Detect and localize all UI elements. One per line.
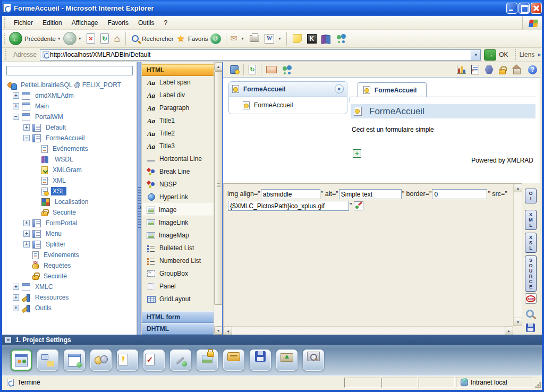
maximize-button[interactable]	[518, 3, 530, 14]
back-button[interactable]: ←	[9, 32, 22, 45]
palette-item-nbsp[interactable]: NBSP	[142, 178, 214, 191]
tree-item-securite[interactable]: Securité	[2, 207, 137, 218]
palette-item-paragraph[interactable]: AaParagraph	[142, 101, 214, 114]
editor-horizontal-scrollbar[interactable]: ◄ ►	[224, 326, 513, 335]
tab-source[interactable]: SOURCE	[525, 255, 537, 292]
tree-item-securite-2[interactable]: Securité	[2, 271, 137, 282]
messenger-button[interactable]	[336, 34, 347, 43]
menu-grip[interactable]	[4, 18, 7, 28]
mail-button[interactable]: ✉	[231, 35, 237, 43]
tree-item-root[interactable]: PetiteLibrairieSQL @ FELIX_PORT	[2, 80, 137, 90]
strip-explorer-button[interactable]	[90, 350, 112, 371]
tab-xsl[interactable]: XSL	[525, 233, 537, 253]
expand-icon[interactable]: +	[23, 231, 30, 237]
expand-icon[interactable]: +	[13, 103, 19, 109]
form-navigator-header[interactable]: FormeAccueil «	[229, 82, 347, 97]
collapse-bar-icon[interactable]	[5, 337, 11, 343]
links-label[interactable]: Liens	[520, 51, 535, 58]
tree-item-xsl-selected[interactable]: XSL	[2, 186, 137, 197]
tree-item-splitter[interactable]: +Splitter	[2, 239, 137, 250]
home-page-button[interactable]	[511, 64, 523, 75]
strip-project-settings-button[interactable]	[11, 350, 32, 371]
scroll-up-button[interactable]: ▲	[214, 62, 223, 71]
palette-item-bulleted-list[interactable]: Bulleted List	[142, 242, 214, 254]
expand-icon[interactable]: +	[13, 284, 19, 290]
favorites-icon[interactable]: ★	[177, 34, 185, 43]
edit-with-word-button[interactable]: W	[265, 34, 274, 44]
back-label[interactable]: Précédente	[24, 36, 56, 42]
search-label[interactable]: Rechercher	[142, 36, 173, 42]
statistics-button[interactable]	[457, 65, 466, 74]
toolbar-grip[interactable]	[4, 33, 7, 44]
palette-item-title3[interactable]: AaTitle3	[142, 140, 214, 152]
tree-item-localisation[interactable]: Localisation	[2, 197, 137, 207]
palette-item-hyperlink[interactable]: HyperLink	[142, 191, 214, 203]
menu-favoris[interactable]: Favoris	[103, 17, 133, 29]
palette-item-horizontal-line[interactable]: Horizontal Line	[142, 152, 214, 165]
send-mail-button[interactable]	[266, 66, 277, 73]
messenger-contacts-button[interactable]	[282, 65, 293, 74]
alt-input[interactable]	[339, 189, 402, 199]
mail-dropdown-icon[interactable]: ▼	[241, 37, 244, 40]
go-label[interactable]: OK	[499, 51, 508, 58]
publish-button[interactable]	[230, 65, 239, 74]
palette-item-label-div[interactable]: AaLabel div	[142, 89, 214, 101]
expand-icon[interactable]: +	[13, 92, 19, 99]
palette-item-numbered-list[interactable]: Numbered List	[142, 254, 214, 267]
form-navigator-child[interactable]: FormeAccueil	[229, 97, 347, 114]
scroll-down-button[interactable]: ▼	[514, 318, 522, 326]
menu-affichage[interactable]: Affichage	[67, 17, 103, 29]
forward-dropdown-icon[interactable]: ▼	[78, 37, 82, 40]
collapse-panel-button[interactable]: «	[335, 84, 344, 93]
home-button[interactable]: ⌂	[114, 33, 120, 44]
scroll-thumb[interactable]	[214, 71, 223, 305]
tree-item-requetes[interactable]: SQLRequètes	[2, 260, 137, 271]
zoom-button[interactable]	[526, 310, 534, 318]
tree-palette-splitter[interactable]	[137, 62, 141, 335]
palette-item-title1[interactable]: AaTitle1	[142, 114, 214, 127]
links-grip[interactable]	[515, 49, 517, 60]
scroll-up-button[interactable]: ▲	[514, 184, 522, 192]
palette-section-html[interactable]: HTML	[142, 64, 214, 76]
tab-xml[interactable]: XML	[525, 210, 537, 230]
address-input[interactable]	[50, 50, 471, 59]
tree-item-dmdxmladm[interactable]: +dmdXMLAdm	[2, 90, 137, 101]
image-placeholder-icon[interactable]: +	[353, 149, 361, 158]
tree-item-main[interactable]: +Main	[2, 101, 137, 112]
favorites-label[interactable]: Favoris	[188, 36, 208, 42]
address-dropdown-button[interactable]: ▼	[471, 50, 480, 60]
palette-item-imagemap[interactable]: ImageMap	[142, 229, 214, 242]
tab-formeaccueil[interactable]: FormeAccueil	[358, 82, 427, 97]
spy-button[interactable]: spy	[525, 293, 537, 304]
security-lock-button[interactable]	[499, 69, 506, 74]
forward-button[interactable]: →	[63, 32, 76, 45]
expand-icon[interactable]: +	[23, 220, 30, 226]
palette-section-dhtml[interactable]: DHTML	[142, 323, 214, 335]
tree-item-portalwm[interactable]: −PortalWM	[2, 112, 137, 122]
expand-icon[interactable]: +	[23, 124, 30, 131]
collapse-icon[interactable]: −	[23, 135, 30, 141]
palette-scrollbar[interactable]: ▲ ▼	[214, 62, 222, 335]
go-button[interactable]: →	[484, 49, 496, 61]
palette-item-imagelink[interactable]: ImageLink	[142, 216, 214, 229]
editor-vertical-scrollbar[interactable]: ▲ ▼	[513, 184, 522, 326]
strip-archive-button[interactable]	[223, 350, 244, 371]
tree-item-formportal[interactable]: +FormPortal	[2, 218, 137, 228]
component-hexagon-button[interactable]	[484, 65, 494, 74]
collapse-icon[interactable]: −	[13, 114, 19, 120]
tree-item-wsdl[interactable]: WSDL	[2, 154, 137, 165]
tree-item-ressources[interactable]: +Ressources	[2, 292, 137, 303]
close-button[interactable]	[531, 3, 542, 14]
research-button[interactable]	[321, 35, 331, 43]
print-button[interactable]	[250, 35, 259, 42]
tree-item-xml[interactable]: XML	[2, 175, 137, 186]
tree-item-outils[interactable]: +Outils	[2, 303, 137, 313]
strip-forms-button[interactable]	[64, 350, 85, 371]
strip-datamodel-button[interactable]	[37, 350, 58, 371]
tree-item-evenements[interactable]: Evénements	[2, 143, 137, 154]
menu-help[interactable]: ?	[159, 17, 173, 29]
resize-grip[interactable]	[534, 381, 541, 388]
scroll-right-button[interactable]: ►	[505, 327, 513, 335]
tree-item-default[interactable]: +Default	[2, 122, 137, 133]
palette-item-break-line[interactable]: Break Line	[142, 165, 214, 178]
